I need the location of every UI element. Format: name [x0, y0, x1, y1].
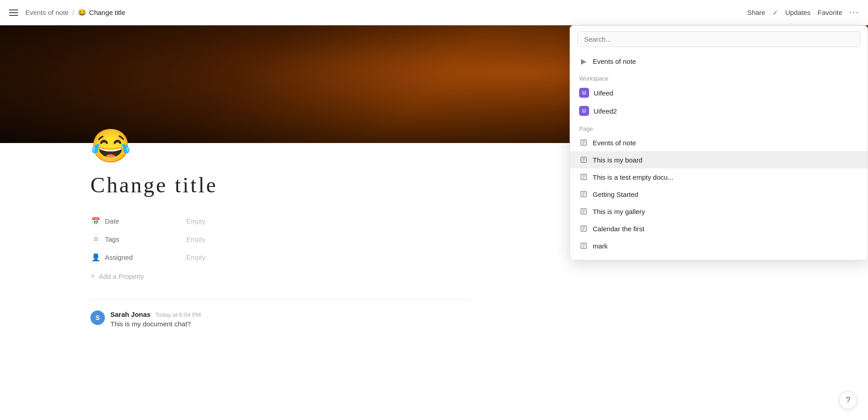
divider: [90, 299, 470, 300]
breadcrumb-emoji: 😂: [78, 9, 86, 17]
page-item-events-label: Events of note: [593, 139, 636, 147]
date-value: Empty: [186, 217, 206, 225]
tags-icon: ≡: [90, 234, 101, 244]
page-item-gallery-label: This is my gallery: [593, 208, 645, 215]
add-property-button[interactable]: + Add a Property: [90, 268, 470, 285]
comment: S Sarah Jonas Today at 6:04 PM This is m…: [90, 310, 470, 328]
page-item-mark[interactable]: mark: [570, 237, 868, 254]
comment-author: Sarah Jonas: [110, 310, 151, 318]
search-input[interactable]: [577, 31, 860, 47]
property-tags[interactable]: ≡ Tags Empty: [90, 230, 470, 248]
page-item-test[interactable]: This is a test empty docu...: [570, 168, 868, 186]
page-icon: 😂: [90, 127, 470, 165]
help-button[interactable]: ?: [839, 391, 857, 409]
topbar: Events of note / 😂 Change title Share ✓ …: [0, 0, 868, 25]
breadcrumb: Events of note / 😂 Change title: [25, 9, 125, 17]
search-box: [577, 31, 860, 47]
assigned-value: Empty: [186, 253, 206, 261]
page-content: 😂 Change title 📅 Date Empty ≡ Tags Empty…: [0, 127, 561, 362]
dropdown-top-item-events[interactable]: ▶ Events of note: [570, 52, 868, 70]
page-icon-board: [579, 155, 588, 164]
comment-time: Today at 6:04 PM: [155, 311, 201, 318]
workspace-item-uifeed[interactable]: U Uifeed: [570, 84, 868, 102]
checkmark-icon: ✓: [773, 9, 778, 16]
dropdown-top-item-events-label: Events of note: [593, 57, 636, 65]
page-item-calendar-label: Calendar the first: [593, 225, 644, 233]
page-item-mark-label: mark: [593, 242, 608, 250]
dropdown-panel: ▶ Events of note Workspace U Uifeed U Ui…: [570, 25, 868, 260]
page-item-board-label: This is my board: [593, 156, 642, 164]
property-date[interactable]: 📅 Date Empty: [90, 212, 470, 230]
page-item-getting-started-label: Getting Started: [593, 191, 638, 198]
page-icon-test: [579, 172, 588, 181]
breadcrumb-separator: /: [72, 9, 74, 16]
favorite-button[interactable]: Favorite: [818, 9, 842, 16]
workspace-icon-uifeed2: U: [579, 106, 589, 116]
page-item-getting-started[interactable]: Getting Started: [570, 186, 868, 203]
date-label: Date: [105, 217, 186, 225]
page-title: Change title: [90, 172, 470, 197]
workspace-item-uifeed2[interactable]: U Uifeed2: [570, 102, 868, 120]
page-icon-getting-started: [579, 190, 588, 199]
comment-body: Sarah Jonas Today at 6:04 PM This is my …: [110, 310, 201, 328]
page-icon-mark: [579, 241, 588, 250]
tags-value: Empty: [186, 235, 206, 243]
avatar: S: [90, 310, 105, 325]
properties: 📅 Date Empty ≡ Tags Empty 👤 Assigned Emp…: [90, 212, 470, 285]
page-icon-gallery: [579, 207, 588, 216]
updates-button[interactable]: Updates: [785, 9, 811, 16]
comment-header: Sarah Jonas Today at 6:04 PM: [110, 310, 201, 318]
comment-text: This is my document chat?: [110, 320, 201, 328]
share-button[interactable]: Share: [747, 9, 765, 16]
page-icon-events: ▶: [579, 57, 588, 66]
workspace-item-uifeed2-label: Uifeed2: [594, 107, 617, 115]
page-item-test-label: This is a test empty docu...: [593, 173, 673, 181]
topbar-right: Share ✓ Updates Favorite ···: [747, 8, 859, 17]
page-section-label: Page: [570, 120, 868, 134]
assigned-label: Assigned: [105, 253, 186, 261]
page-item-events[interactable]: Events of note: [570, 134, 868, 151]
date-icon: 📅: [90, 215, 101, 226]
page-item-gallery[interactable]: This is my gallery: [570, 203, 868, 220]
property-assigned[interactable]: 👤 Assigned Empty: [90, 248, 470, 266]
add-property-label: Add a Property: [99, 272, 144, 280]
workspace-section-label: Workspace: [570, 70, 868, 84]
main-content: 😂 Change title 📅 Date Empty ≡ Tags Empty…: [0, 25, 868, 420]
workspace-item-uifeed-label: Uifeed: [594, 89, 613, 97]
breadcrumb-title: Change title: [89, 9, 125, 16]
breadcrumb-current: 😂 Change title: [78, 9, 125, 17]
menu-icon[interactable]: [9, 7, 20, 18]
page-icon-events2: [579, 138, 588, 147]
more-button[interactable]: ···: [849, 8, 859, 17]
topbar-left: Events of note / 😂 Change title: [9, 7, 747, 18]
assigned-icon: 👤: [90, 252, 101, 262]
workspace-icon-uifeed: U: [579, 88, 589, 98]
page-item-board[interactable]: This is my board: [570, 151, 868, 168]
tags-label: Tags: [105, 235, 186, 243]
add-icon: +: [90, 272, 95, 281]
page-icon-calendar: [579, 224, 588, 233]
breadcrumb-parent[interactable]: Events of note: [25, 9, 69, 16]
page-item-calendar[interactable]: Calendar the first: [570, 220, 868, 237]
